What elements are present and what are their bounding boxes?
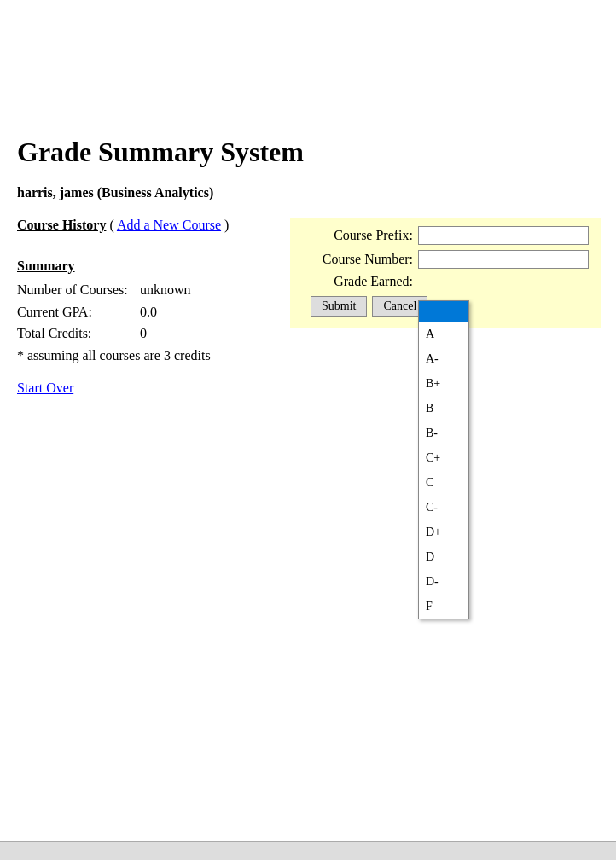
separator: ( xyxy=(109,218,113,232)
dropdown-item-b-minus[interactable]: B- xyxy=(419,421,468,445)
dropdown-item-a-minus[interactable]: A- xyxy=(419,346,468,371)
close-paren: ) xyxy=(224,218,229,232)
dropdown-item-a[interactable]: A xyxy=(419,322,468,346)
gpa-label: Current GPA: xyxy=(17,301,137,323)
course-history-label: Course History xyxy=(17,218,106,232)
summary-table: Number of Courses: unknown Current GPA: … xyxy=(17,279,290,345)
credits-note: * assuming all courses are 3 credits xyxy=(17,348,290,363)
start-over-section: Start Over xyxy=(17,381,290,396)
bottom-status-bar xyxy=(0,841,616,860)
course-prefix-row: Course Prefix: xyxy=(302,226,589,245)
page-title: Grade Summary System xyxy=(17,137,599,168)
summary-row-courses: Number of Courses: unknown xyxy=(17,279,290,301)
gpa-value: 0.0 xyxy=(140,301,157,323)
start-over-link[interactable]: Start Over xyxy=(17,381,73,395)
summary-row-credits: Total Credits: 0 xyxy=(17,322,290,345)
dropdown-item-f[interactable]: F xyxy=(419,594,468,619)
course-number-label: Course Number: xyxy=(302,252,413,267)
student-name: harris, james (Business Analytics) xyxy=(17,185,599,200)
course-number-row: Course Number: xyxy=(302,250,589,269)
courses-value: unknown xyxy=(140,279,191,301)
summary-row-gpa: Current GPA: 0.0 xyxy=(17,301,290,323)
left-panel: Course History ( Add a New Course ) Summ… xyxy=(17,218,290,396)
grade-earned-label: Grade Earned: xyxy=(302,274,413,289)
dropdown-item-d[interactable]: D xyxy=(419,544,468,569)
dropdown-item-c-plus[interactable]: C+ xyxy=(419,445,468,470)
course-prefix-label: Course Prefix: xyxy=(302,228,413,243)
add-course-form: Course Prefix: Course Number: Grade Earn… xyxy=(290,218,601,328)
dropdown-item-d-minus[interactable]: D- xyxy=(419,569,468,594)
main-content: Course History ( Add a New Course ) Summ… xyxy=(17,218,599,396)
courses-label: Number of Courses: xyxy=(17,279,137,301)
dropdown-item-d-plus[interactable]: D+ xyxy=(419,520,468,544)
dropdown-blank-item[interactable] xyxy=(419,301,468,322)
course-history-section: Course History ( Add a New Course ) xyxy=(17,218,290,233)
grade-dropdown-overlay[interactable]: A A- B+ B B- C+ C C- D+ D D- F xyxy=(418,300,469,619)
add-course-link[interactable]: Add a New Course xyxy=(117,218,221,232)
submit-button[interactable]: Submit xyxy=(311,296,367,317)
course-number-input[interactable] xyxy=(418,250,589,269)
summary-title: Summary xyxy=(17,259,290,274)
page-container: Grade Summary System harris, james (Busi… xyxy=(0,0,616,413)
dropdown-item-b-plus[interactable]: B+ xyxy=(419,371,468,396)
summary-section: Summary Number of Courses: unknown Curre… xyxy=(17,259,290,363)
course-prefix-input[interactable] xyxy=(418,226,589,245)
credits-label: Total Credits: xyxy=(17,322,137,345)
dropdown-item-b[interactable]: B xyxy=(419,396,468,421)
credits-value: 0 xyxy=(140,322,147,345)
dropdown-item-c-minus[interactable]: C- xyxy=(419,495,468,520)
dropdown-item-c[interactable]: C xyxy=(419,470,468,495)
grade-earned-row: Grade Earned: AA-B+BB-C+CC-D+DD-F A A- B… xyxy=(302,274,589,289)
